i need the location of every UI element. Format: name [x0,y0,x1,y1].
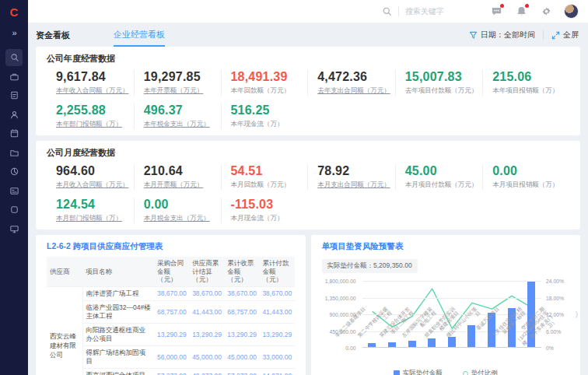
metric: 19,297.85本年开票额（万元） [134,70,221,96]
date-filter-button[interactable]: 日期：全部时间 [469,30,535,40]
tab-enterprise-board[interactable]: 企业经营看板 [114,23,165,47]
amount-cell[interactable]: 13,290.29 [259,324,294,346]
metric: 0.00本月税金支出（万元） [134,198,221,223]
axis-tick: 0.00 [345,345,355,351]
amount-cell[interactable]: 45,000.00 [189,346,224,369]
sidebar-item-shape[interactable] [5,202,23,219]
metric-label[interactable]: 本年收入合同额（万元） [56,86,129,96]
amount-cell[interactable]: 41,443.00 [189,300,224,323]
amount-cell[interactable]: 13,290.29 [224,324,259,346]
amount-cell[interactable]: 38,670.00 [224,286,259,300]
metric-label: 本年现金流（万） [231,120,303,129]
bottom-row: L2-6-2 跨项目供应商应付管理表 供应商项目名称采购合同金额（元）供应商累计… [36,235,580,375]
amount-cell[interactable]: 33,000.00 [259,346,294,369]
x-axis-labels: 丰北二级基建项目第二中学校内采暖工程英建汇综合体开发项目二期工程左岸国际写字楼装… [352,303,553,342]
messages-icon[interactable] [489,5,503,19]
metric-label[interactable]: 本年开票额（万元） [144,86,216,96]
logo-cell[interactable]: C [0,0,28,23]
amount-cell[interactable]: 45,000.00 [224,346,259,369]
amount-cell[interactable]: 40,273.00 [189,369,224,375]
amount-cell[interactable]: 13,290.29 [154,324,189,346]
amount-cell[interactable]: 57,273.00 [154,369,189,375]
metric-label[interactable]: 本月收入合同额（万元） [56,180,129,190]
date-filter-label: 日期：全部时间 [481,30,535,40]
amount-cell[interactable]: 68,757.00 [154,300,189,323]
sidebar-item-user[interactable] [5,106,23,123]
column-header: 项目名称 [82,257,154,286]
shape-icon [9,205,19,215]
sidebar-item-id-card[interactable] [5,182,23,199]
sidebar-item-pie-chart[interactable] [5,163,23,180]
metric: 18,491.39本年回款额（万元） [221,70,308,96]
briefcase-icon [9,72,19,82]
gridline [362,281,542,282]
settings-gear-icon[interactable] [539,5,553,19]
amount-cell[interactable]: 41,443.00 [259,300,294,323]
legend-item-line[interactable]: 垫付比例 [463,369,498,375]
metric-label[interactable]: 本月开票额（万元） [144,180,216,190]
metric: 4,472.36去年支出合同额（万元） [307,70,395,96]
metric-label: 本月项目报销额（万） [492,180,565,190]
amount-cell[interactable]: 13,290.29 [189,324,224,346]
legend-item-bar[interactable]: 实际垫付金额 [394,369,443,375]
user-avatar[interactable] [564,4,579,19]
metric: 45.00本月项目付款额（万元） [395,164,483,190]
search-input[interactable] [405,7,475,16]
metric-value: 4,472.36 [317,70,390,84]
next-page-arrow[interactable]: 〉 [576,310,578,319]
supplier-table-title: L2-6-2 跨项目供应商应付管理表 [47,241,295,252]
folder-icon [9,148,19,158]
amount-cell[interactable]: 68,757.00 [224,300,259,323]
metric: 15,007.83去年项目付款额（万元） [395,70,483,96]
notification-dot [525,4,529,8]
collapse-sidebar-icon[interactable]: » [12,28,16,37]
funnel-icon [469,31,478,40]
metric-label[interactable]: 去年支出合同额（万元） [317,86,390,96]
table-row: 得辉广场结构加固项目56,000.0045,000.0045,000.0033,… [47,346,295,369]
metric-label[interactable]: 本年税金支出（万元） [144,120,216,129]
project-name-cell: 西京河西综合体项目 [82,369,154,375]
sidebar-item-calendar[interactable] [5,125,23,142]
amount-cell[interactable]: 57,273.00 [224,369,259,375]
global-search[interactable] [382,6,475,16]
fullscreen-button[interactable]: 全屏 [551,30,579,40]
project-name-cell: 南洋进贤广场工程 [82,286,154,300]
metric-label[interactable]: 本月税金支出（万元） [144,214,216,223]
gridline [362,298,542,299]
sidebar-item-monitor[interactable] [5,220,23,237]
sidebar-item-clipboard[interactable] [5,87,23,104]
project-name-cell: 向阳路交通枢纽商业办公项目 [82,324,154,346]
metric-label: 本月回款额（万元） [231,180,303,190]
amount-cell[interactable]: 14,071.00 [259,369,294,375]
metric-label[interactable]: 本月支出合同额（万元） [317,180,390,190]
amount-cell[interactable]: 38,670.00 [154,286,189,300]
sidebar-item-search[interactable] [5,49,23,66]
bell-icon[interactable] [514,5,528,19]
metric-label[interactable]: 本月部门报销额（万） [56,214,129,223]
amount-cell[interactable]: 38,670.00 [259,286,294,300]
metric-label: 本月项目付款额（万元） [405,180,478,190]
id-card-icon [9,186,19,196]
table-row: 临港产业园32—04#楼主体工程68,757.0041,443.0068,757… [47,300,295,323]
metric-value: 210.64 [144,164,216,178]
axis-tick: 1,350,000.00 [325,295,356,300]
metric-value: 496.37 [144,103,216,117]
tab-bar: 资金看板 企业经营看板 日期：全部时间 全屏 [28,23,588,47]
metric-label[interactable]: 本年部门报销额（万） [56,120,129,129]
amount-cell[interactable]: 56,000.00 [154,346,189,369]
bar-2 [388,342,396,347]
sidebar-item-folder[interactable] [5,144,23,161]
metric-value: 964.60 [56,164,129,178]
metric: 215.06本年项目报销额（万） [482,70,569,96]
metric-label: 本年回款额（万元） [231,86,303,96]
metric-value: 78.92 [317,164,390,178]
tab-funds-board[interactable]: 资金看板 [36,23,70,47]
calendar-icon [9,128,19,138]
amount-cell[interactable]: 38,670.00 [189,286,224,300]
sidebar-item-briefcase[interactable] [5,68,23,85]
brand-logo: C [10,5,19,19]
column-header: 累计付款金额（元） [259,257,294,286]
legend-label: 实际垫付金额 [403,369,443,375]
monitor-icon [9,224,19,234]
metric-label: 本月现金流（万） [231,214,303,223]
